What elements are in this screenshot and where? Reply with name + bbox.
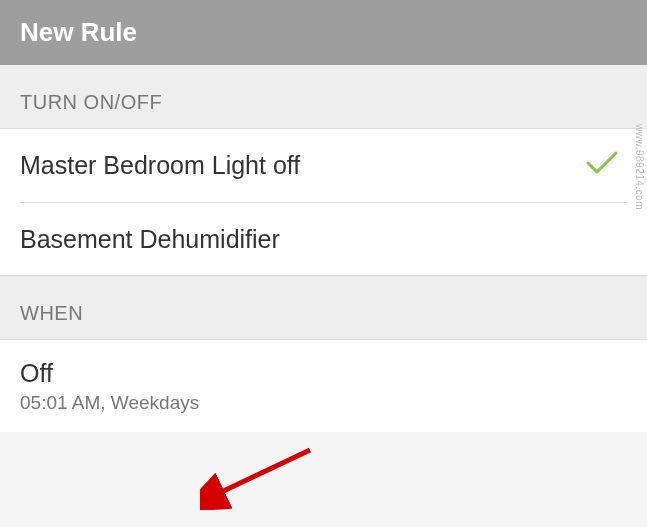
device-row-basement-dehumidifier[interactable]: Basement Dehumidifier — [0, 203, 647, 276]
device-row-master-bedroom-light[interactable]: Master Bedroom Light off — [0, 129, 647, 202]
page-title: New Rule — [20, 17, 137, 47]
turn-on-off-list: Master Bedroom Light off Basement Dehumi… — [0, 129, 647, 275]
device-label: Master Bedroom Light off — [20, 149, 300, 182]
when-state: Off — [20, 358, 627, 388]
device-label: Basement Dehumidifier — [20, 223, 280, 256]
section-label-turn: TURN ON/OFF — [0, 65, 647, 129]
checkmark-icon — [585, 150, 619, 180]
when-schedule: 05:01 AM, Weekdays — [20, 392, 627, 414]
svg-line-1 — [215, 450, 310, 495]
watermark-text: www.989214.com — [634, 124, 645, 210]
page-header: New Rule — [0, 0, 647, 65]
red-arrow-annotation — [200, 440, 320, 514]
section-label-when: WHEN — [0, 276, 647, 340]
when-row[interactable]: Off 05:01 AM, Weekdays — [0, 340, 647, 432]
